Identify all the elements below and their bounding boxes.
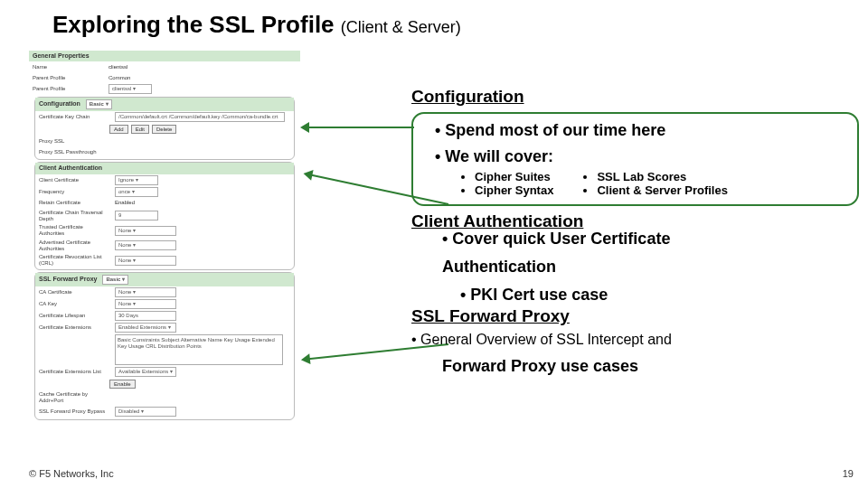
lbl-ckc: Certificate Key Chain: [39, 114, 109, 120]
group-client-auth: Client Authentication Client Certificate…: [34, 162, 295, 270]
config-head-text: Configuration: [39, 100, 80, 107]
config-bullet-1: • Spend most of our time here: [435, 121, 852, 140]
config-sub-right: SSL Lab Scores Client & Server Profiles: [580, 170, 728, 197]
sfp-mode-select[interactable]: Basic: [102, 275, 128, 285]
sfp-head-text: SSL Forward Proxy: [39, 276, 97, 282]
lbl-ca-key: CA Key: [39, 301, 109, 307]
sel-ca-cert[interactable]: None: [115, 287, 176, 297]
sub-cipher-syntax: Cipher Syntax: [475, 183, 553, 197]
group-ssl-forward-proxy: SSL Forward Proxy Basic CA CertificateNo…: [34, 272, 295, 419]
heading-sfp: SSL Forward Proxy: [411, 306, 859, 326]
sel-crl[interactable]: None: [115, 256, 176, 266]
field-chain-depth[interactable]: 9: [115, 211, 158, 221]
arrow-to-configuration: [307, 127, 414, 128]
section-configuration: Configuration Basic: [35, 98, 294, 111]
field-cert-lifespan[interactable]: 30 Days: [115, 311, 176, 321]
page-number: 19: [843, 468, 854, 479]
config-mode-select[interactable]: Basic: [86, 99, 112, 109]
group-configuration: Configuration Basic Certificate Key Chai…: [34, 97, 295, 160]
lbl-bypass: SSL Forward Proxy Bypass: [39, 408, 109, 415]
sub-ssl-lab: SSL Lab Scores: [597, 170, 728, 183]
lbl-crl: Certificate Revocation List (CRL): [39, 254, 109, 267]
lbl-parent-profile: Parent Profile: [33, 86, 103, 92]
ext-list[interactable]: Basic Constraints Subject Alternative Na…: [115, 334, 283, 365]
sel-client-cert[interactable]: Ignore: [115, 175, 158, 185]
slide-title: Exploring the SSL Profile (Client & Serv…: [52, 11, 461, 39]
lbl-parent: Parent Profile: [33, 75, 103, 81]
val-retain: Enabled: [115, 200, 290, 206]
lbl-ca-cert: CA Certificate: [39, 289, 109, 296]
right-content: Configuration • Spend most of our time h…: [411, 87, 859, 376]
sel-cert-ext[interactable]: Enabled Extensions: [115, 323, 176, 333]
lbl-client-cert: Client Certificate: [39, 177, 109, 183]
client-auth-b2: Authentication: [442, 258, 859, 277]
title-sub: (Client & Server): [341, 18, 461, 36]
lbl-chain-depth: Certificate Chain Traversal Depth: [39, 210, 109, 222]
section-client-auth-text: Client Authentication • Cover quick User…: [411, 211, 859, 305]
val-name: clientssl: [108, 64, 297, 70]
field-ckc[interactable]: /Common/default.crt /Common/default.key …: [115, 112, 285, 122]
config-sub-left: Cipher Suites Cipher Syntax: [458, 170, 553, 197]
btn-edit[interactable]: Edit: [131, 125, 149, 134]
ssl-profile-screenshot: General Properties Nameclientssl Parent …: [29, 51, 300, 422]
title-main: Exploring the SSL Profile: [52, 11, 335, 38]
lbl-passthrough: Proxy SSL Passthrough: [39, 149, 109, 155]
sel-ca-key[interactable]: None: [115, 299, 176, 309]
sel-cel[interactable]: Available Extensions: [115, 367, 176, 377]
lbl-proxy-ssl: Proxy SSL: [39, 138, 109, 145]
heading-client-auth: Client Authentication: [411, 211, 859, 231]
sfp-b2: Forward Proxy use cases: [442, 357, 859, 376]
btn-add[interactable]: Add: [109, 125, 128, 134]
sfp-b1: • General Overview of SSL Intercept and: [411, 332, 859, 348]
section-general: General Properties: [29, 51, 300, 61]
sel-bypass[interactable]: Disabled: [115, 407, 176, 417]
btn-enable[interactable]: Enable: [109, 380, 136, 389]
lbl-aca: Advertised Certificate Authorities: [39, 239, 109, 252]
lbl-tca: Trusted Certificate Authorities: [39, 224, 109, 237]
client-auth-b3: • PKI Cert use case: [460, 286, 859, 305]
lbl-name: Name: [33, 64, 103, 70]
sub-cipher-suites: Cipher Suites: [475, 170, 553, 183]
sel-tca[interactable]: None: [115, 226, 176, 236]
lbl-cert-ext: Certificate Extensions: [39, 324, 109, 331]
lbl-cache-cert: Cache Certificate by Addr+Port: [39, 391, 109, 404]
client-auth-b1: • Cover quick User Certificate: [442, 230, 859, 249]
footer-copyright: © F5 Networks, Inc: [29, 468, 114, 479]
lbl-cel: Certificate Extensions List: [39, 369, 109, 375]
sel-freq[interactable]: once: [115, 187, 158, 197]
sub-profiles: Client & Server Profiles: [597, 183, 728, 197]
select-parent-profile[interactable]: clientssl: [108, 84, 152, 94]
section-client-auth: Client Authentication: [35, 163, 294, 174]
config-box: • Spend most of our time here • We will …: [411, 112, 859, 206]
section-sfp-text: SSL Forward Proxy • General Overview of …: [411, 306, 859, 376]
config-bullet-2: • We will cover:: [435, 147, 852, 166]
heading-configuration: Configuration: [411, 87, 859, 107]
lbl-retain: Retain Certificate: [39, 200, 109, 206]
lbl-freq: Frequency: [39, 189, 109, 195]
lbl-cert-lifespan: Certificate Lifespan: [39, 313, 109, 319]
val-parent: Common: [108, 75, 297, 81]
sel-aca[interactable]: None: [115, 240, 176, 250]
section-sfp: SSL Forward Proxy Basic: [35, 273, 294, 286]
btn-delete[interactable]: Delete: [152, 125, 176, 134]
